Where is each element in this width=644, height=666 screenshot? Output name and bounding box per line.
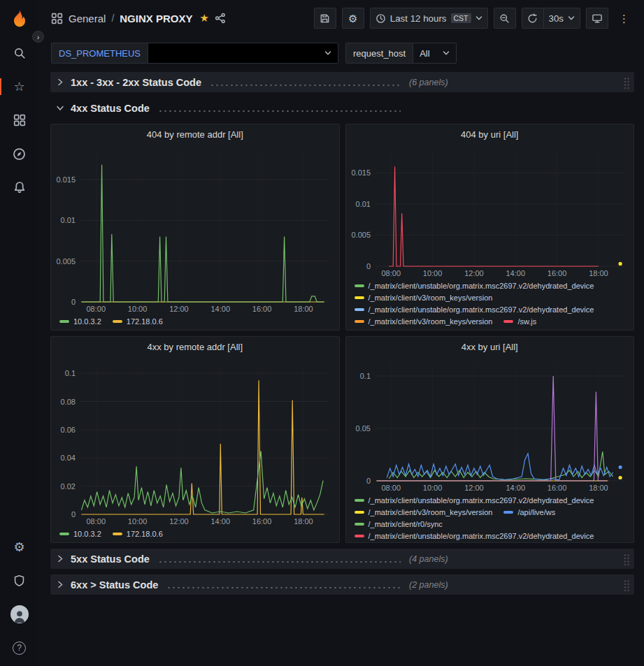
svg-text:0: 0 bbox=[366, 477, 370, 485]
svg-text:0.08: 0.08 bbox=[61, 398, 76, 406]
chart-legend: /_matrix/client/unstable/org.matrix.msc2… bbox=[346, 280, 634, 330]
series-label: 172.18.0.6 bbox=[127, 530, 163, 538]
refresh-interval-label: 30s bbox=[549, 13, 564, 24]
series-label: /api/live/ws bbox=[517, 508, 555, 516]
legend-item[interactable]: /_matrix/client/unstable/org.matrix.msc2… bbox=[355, 282, 594, 290]
row-title: 4xx Status Code bbox=[71, 103, 150, 114]
svg-text:08:00: 08:00 bbox=[381, 484, 401, 492]
legend-item[interactable]: 10.0.3.2 bbox=[59, 530, 101, 538]
refresh-icon bbox=[527, 13, 538, 24]
svg-text:0.05: 0.05 bbox=[355, 424, 370, 433]
svg-text:16:00: 16:00 bbox=[547, 484, 566, 492]
variable-ds-dropdown[interactable] bbox=[148, 43, 338, 64]
security-shield-icon[interactable] bbox=[0, 564, 38, 598]
dashboard-settings-button[interactable]: ⚙ bbox=[342, 8, 364, 29]
series-color-swatch bbox=[355, 523, 364, 526]
variable-host-dropdown[interactable]: All bbox=[413, 43, 456, 64]
row-4xx[interactable]: 4xx Status Code bbox=[50, 98, 634, 118]
row-drag-handle-icon[interactable] bbox=[623, 579, 630, 591]
grafana-logo-icon[interactable] bbox=[0, 0, 38, 36]
svg-text:10:00: 10:00 bbox=[422, 269, 442, 277]
page-title[interactable]: NGINX PROXY bbox=[120, 13, 192, 24]
panel-title[interactable]: 4xx by uri [All] bbox=[346, 337, 634, 356]
row-title: 5xx Status Code bbox=[71, 553, 150, 565]
variable-request-host: request_host All bbox=[345, 43, 457, 64]
legend-item[interactable]: /api/live/ws bbox=[503, 508, 555, 516]
svg-text:0: 0 bbox=[71, 298, 76, 306]
save-dashboard-button[interactable] bbox=[314, 8, 336, 29]
row-panel-count: (2 panels) bbox=[409, 580, 448, 590]
legend-item[interactable]: 10.0.3.2 bbox=[59, 317, 101, 326]
main-area: General / NGINX PROXY ★ ⚙ bbox=[38, 0, 644, 666]
row-5xx[interactable]: 5xx Status Code (4 panels) bbox=[50, 549, 634, 569]
time-range-picker[interactable]: Last 12 hours CST bbox=[370, 8, 488, 29]
legend-item[interactable]: /_matrix/client/v3/room_keys/version bbox=[355, 317, 493, 326]
panel-title[interactable]: 4xx by remote addr [All] bbox=[51, 337, 339, 356]
refresh-group: 30s bbox=[522, 8, 581, 29]
svg-text:16:00: 16:00 bbox=[252, 517, 272, 526]
series-color-swatch bbox=[355, 320, 364, 323]
chevron-right-icon bbox=[56, 580, 64, 589]
chart-legend: /_matrix/client/unstable/org.matrix.msc2… bbox=[346, 495, 634, 542]
sidebar-item-alerting[interactable] bbox=[0, 171, 38, 204]
legend-item[interactable]: /sw.js bbox=[503, 317, 536, 326]
timezone-badge: CST bbox=[451, 13, 471, 23]
series-color-swatch bbox=[113, 320, 122, 323]
tv-mode-button[interactable] bbox=[586, 8, 608, 29]
timeseries-chart[interactable]: 08:0010:0012:0014:0016:0018:0000.050.1 bbox=[346, 356, 634, 495]
search-icon[interactable] bbox=[0, 36, 38, 70]
chevron-down-icon bbox=[56, 104, 65, 113]
legend-item[interactable]: /_matrix/client/unstable/org.matrix.msc2… bbox=[355, 496, 594, 505]
row-panel-count: (4 panels) bbox=[409, 554, 448, 564]
refresh-interval-dropdown[interactable]: 30s bbox=[544, 8, 581, 29]
variable-host-value: All bbox=[420, 48, 429, 59]
apps-grid-icon[interactable] bbox=[51, 13, 63, 24]
row-1xx-3xx-2xx[interactable]: 1xx - 3xx - 2xx Status Code (6 panels) bbox=[50, 72, 634, 92]
server-admin-gear-icon[interactable]: ⚙ bbox=[0, 530, 38, 564]
series-label: /_matrix/client/unstable/org.matrix.msc2… bbox=[368, 496, 594, 505]
timeseries-chart[interactable]: 08:0010:0012:0014:0016:0018:0000.0050.01… bbox=[51, 144, 339, 316]
share-icon[interactable] bbox=[215, 13, 226, 24]
star-outline-icon: ☆ bbox=[13, 80, 24, 93]
refresh-button[interactable] bbox=[522, 8, 544, 29]
series-label: /_matrix/client/unstable/org.matrix.msc2… bbox=[368, 305, 594, 314]
svg-text:08:00: 08:00 bbox=[381, 269, 401, 277]
timeseries-chart[interactable]: 08:0010:0012:0014:0016:0018:0000.0050.01… bbox=[346, 144, 634, 280]
legend-item[interactable]: /_matrix/client/unstable/org.matrix.msc2… bbox=[355, 305, 594, 314]
breadcrumb-section[interactable]: General bbox=[69, 13, 106, 24]
help-icon[interactable]: ? bbox=[0, 631, 38, 665]
svg-text:0.015: 0.015 bbox=[351, 168, 371, 177]
legend-item[interactable]: /_matrix/client/v3/room_keys/version bbox=[355, 294, 493, 302]
sidebar-expand-chevron-icon[interactable]: › bbox=[32, 31, 44, 43]
legend-item[interactable]: /_matrix/client/r0/sync bbox=[355, 520, 443, 528]
legend-item[interactable]: /_matrix/client/unstable/org.matrix.msc2… bbox=[355, 532, 594, 540]
svg-text:0.1: 0.1 bbox=[359, 372, 370, 380]
user-avatar[interactable] bbox=[0, 598, 38, 631]
series-label: /_matrix/client/v3/room_keys/version bbox=[368, 294, 493, 302]
row-drag-handle-icon[interactable] bbox=[623, 553, 630, 565]
legend-item[interactable]: 172.18.0.6 bbox=[113, 530, 163, 538]
legend-item[interactable]: /_matrix/client/v3/room_keys/version bbox=[355, 508, 493, 516]
svg-text:18:00: 18:00 bbox=[294, 305, 313, 313]
panel-title[interactable]: 404 by uri [All] bbox=[346, 124, 634, 144]
row-drag-handle-icon[interactable] bbox=[623, 76, 630, 89]
variable-label: request_host bbox=[345, 43, 413, 64]
sidebar: ☆ ⚙ bbox=[0, 0, 38, 666]
gear-icon: ⚙ bbox=[348, 13, 357, 24]
legend-item[interactable]: 172.18.0.6 bbox=[113, 317, 163, 326]
svg-text:08:00: 08:00 bbox=[86, 305, 106, 313]
series-color-swatch bbox=[113, 533, 122, 535]
row-title: 1xx - 3xx - 2xx Status Code bbox=[71, 77, 201, 88]
zoom-out-button[interactable] bbox=[494, 8, 516, 29]
sidebar-item-explore[interactable] bbox=[0, 137, 38, 171]
more-options-button[interactable]: ⋮ bbox=[614, 8, 634, 29]
row-6xx[interactable]: 6xx > Status Code (2 panels) bbox=[50, 574, 634, 595]
favorite-star-icon[interactable]: ★ bbox=[199, 12, 208, 24]
sidebar-item-starred[interactable]: ☆ bbox=[0, 70, 38, 103]
sidebar-bottom: ⚙ ? bbox=[0, 530, 38, 666]
panel-title[interactable]: 404 by remote addr [All] bbox=[51, 124, 339, 144]
series-color-swatch bbox=[355, 308, 364, 311]
sidebar-item-dashboards[interactable] bbox=[0, 103, 38, 137]
timeseries-chart[interactable]: 08:0010:0012:0014:0016:0018:0000.020.040… bbox=[51, 356, 339, 528]
time-range-label: Last 12 hours bbox=[390, 13, 447, 24]
